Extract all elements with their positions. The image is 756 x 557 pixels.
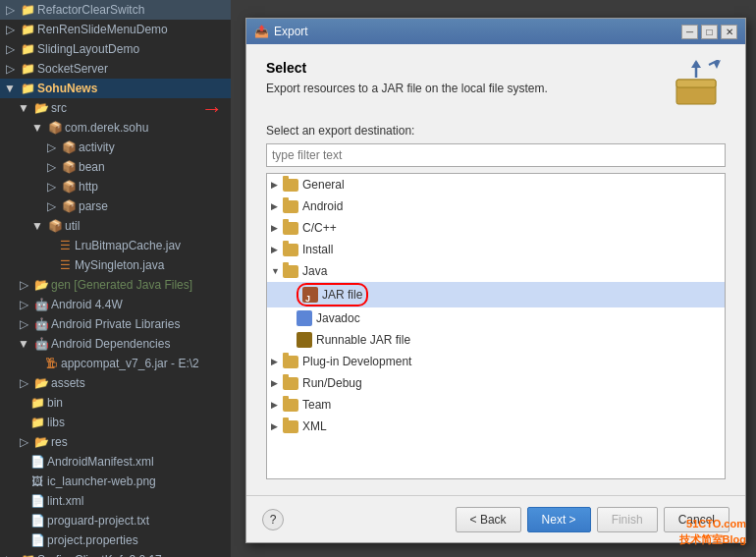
tree-item[interactable]: ☰ MySingleton.java (0, 255, 231, 275)
finish-button[interactable]: Finish (597, 507, 658, 532)
tree-item[interactable]: 📄 project.properties (0, 530, 231, 550)
back-button[interactable]: < Back (456, 507, 521, 532)
tree-item[interactable]: ▷ 📂 res (0, 432, 231, 452)
tree-item[interactable]: ▷ 📁 RefactorClearSwitch (0, 0, 231, 20)
arrow-right-icon: ▷ (43, 159, 59, 175)
package-icon: 📦 (47, 120, 63, 136)
project-icon: 📁 (20, 81, 35, 96)
dialog-controls: ─ □ ✕ (681, 25, 737, 39)
tree-label: RefactorClearSwitch (37, 1, 144, 19)
tree-item[interactable]: ▷ 🤖 Android Private Libraries (0, 314, 231, 334)
tree-item-plugin[interactable]: ▶ Plug-in Development (267, 351, 725, 372)
folder-icon (283, 420, 298, 433)
arrow-right-icon: ▷ (2, 41, 18, 57)
tree-label: http (79, 178, 98, 195)
arrow-right-icon: ▷ (2, 2, 18, 18)
item-label: Runnable JAR file (316, 330, 410, 350)
arrow-right-icon: ▷ (2, 552, 18, 557)
tree-item[interactable]: 🖼 ic_launcher-web.png (0, 472, 231, 491)
item-label: Plug-in Development (302, 352, 411, 371)
item-label: Install (302, 240, 333, 259)
tree-item[interactable]: ▼ 📂 src (0, 98, 231, 118)
tree-item-activity[interactable]: ▷ 📦 activity (0, 138, 231, 157)
tree-item[interactable]: ▼ 📦 util (0, 216, 231, 236)
folder-icon (283, 222, 298, 235)
tree-label: bin (47, 394, 63, 412)
tree-item-java[interactable]: ▼ Java (267, 260, 725, 282)
package-icon: 📦 (61, 198, 77, 214)
tree-item[interactable]: 📄 AndroidManifest.xml (0, 452, 231, 472)
tree-item-team[interactable]: ▶ Team (267, 394, 725, 416)
tree-item[interactable]: ▷ 📦 parse (0, 196, 231, 216)
folder-icon (283, 399, 298, 412)
tree-item[interactable]: ▷ 📁 SurfingClientKefu2.0.17 (0, 550, 231, 557)
jar-file-icon (302, 287, 318, 303)
tree-label: lint.xml (47, 492, 83, 510)
minimize-button[interactable]: ─ (681, 25, 698, 39)
javadoc-icon (297, 310, 312, 326)
tree-label: parse (79, 197, 108, 215)
tree-label: activity (79, 139, 115, 156)
folder-icon: 📂 (33, 277, 49, 293)
expand-icon: ▼ (271, 261, 283, 281)
project-icon: 📁 (20, 552, 35, 557)
arrow-right-icon: ▷ (2, 61, 18, 77)
tree-item[interactable]: 📁 bin (0, 393, 231, 413)
ide-panel: ▷ 📁 RefactorClearSwitch ▷ 📁 RenRenSlideM… (0, 0, 231, 557)
svg-rect-1 (676, 80, 716, 87)
maximize-button[interactable]: □ (701, 25, 718, 39)
tree-item[interactable]: ▷ 📁 SlidingLayoutDemo (0, 39, 231, 59)
next-button[interactable]: Next > (527, 507, 591, 532)
tree-item-cpp[interactable]: ▶ C/C++ (267, 217, 725, 239)
close-button[interactable]: ✕ (721, 25, 737, 39)
tree-item-javadoc[interactable]: ▶ Javadoc (267, 307, 725, 329)
arrow-right-icon: ▷ (43, 179, 59, 195)
watermark-line2: 技术简室Blog (679, 531, 746, 547)
tree-item-install[interactable]: ▶ Install (267, 239, 725, 260)
tree-item-xml[interactable]: ▶ XML (267, 416, 725, 437)
tree-item[interactable]: ▷ 📂 gen [Generated Java Files] (0, 275, 231, 295)
tree-item[interactable]: 📁 libs (0, 413, 231, 432)
folder-icon: 📁 (29, 415, 45, 430)
item-label: Run/Debug (302, 373, 362, 393)
tree-item[interactable]: 📄 proguard-project.txt (0, 511, 231, 530)
expand-icon: ▶ (271, 417, 283, 436)
filter-input[interactable] (266, 143, 726, 167)
tree-item-android[interactable]: ▶ Android (267, 195, 725, 217)
tree-item[interactable]: ▼ 📦 com.derek.sohu (0, 118, 231, 138)
item-label: General (302, 175, 345, 195)
tree-item[interactable]: ▷ 📦 bean (0, 157, 231, 177)
tree-item-sohu[interactable]: ▼ 📁 SohuNews (0, 79, 231, 98)
arrow-down-icon: ▼ (29, 218, 45, 234)
tree-item[interactable]: ▷ 📁 SocketServer (0, 59, 231, 79)
android-icon: 🤖 (33, 316, 49, 332)
export-graphic (672, 60, 726, 112)
spacer (16, 513, 27, 529)
tree-item[interactable]: 🗜 appcompat_v7_6.jar - E:\2 (0, 354, 231, 373)
tree-item-rundebug[interactable]: ▶ Run/Debug (267, 372, 725, 394)
tree-item[interactable]: ▼ 🤖 Android Dependencies (0, 334, 231, 354)
tree-item[interactable]: ▷ 📂 assets (0, 373, 231, 393)
tree-item[interactable]: ▷ 🤖 Android 4.4W (0, 295, 231, 314)
dialog-title: Export (274, 25, 308, 38)
tree-item[interactable]: ▷ 📦 http (0, 177, 231, 196)
tree-label: SohuNews (37, 80, 97, 97)
java-file-icon: ☰ (57, 238, 73, 253)
tree-item-runnable[interactable]: ▶ Runnable JAR file (267, 329, 725, 351)
project-icon: 📁 (20, 41, 35, 57)
export-tree-panel[interactable]: ▶ General ▶ Android ▶ C/C++ (266, 173, 726, 479)
export-title-icon: 📤 (254, 25, 269, 38)
folder-icon: 📂 (33, 100, 49, 116)
tree-item[interactable]: ▷ 📁 RenRenSlideMenuDemo (0, 20, 231, 39)
help-button[interactable]: ? (262, 509, 284, 530)
tree-item-jarfile[interactable]: ▶ JAR file (267, 282, 725, 307)
tree-item[interactable]: 📄 lint.xml (0, 491, 231, 511)
image-file-icon: 🖼 (29, 473, 45, 489)
tree-item-general[interactable]: ▶ General (267, 174, 725, 195)
arrow-right-icon: ▷ (16, 316, 31, 332)
arrow-right-icon: ▷ (16, 277, 31, 293)
tree-item[interactable]: ☰ LruBitmapCache.jav (0, 236, 231, 255)
folder-icon: 📁 (29, 395, 45, 411)
expand-icon: ▶ (271, 373, 283, 393)
xml-file-icon: 📄 (29, 493, 45, 509)
